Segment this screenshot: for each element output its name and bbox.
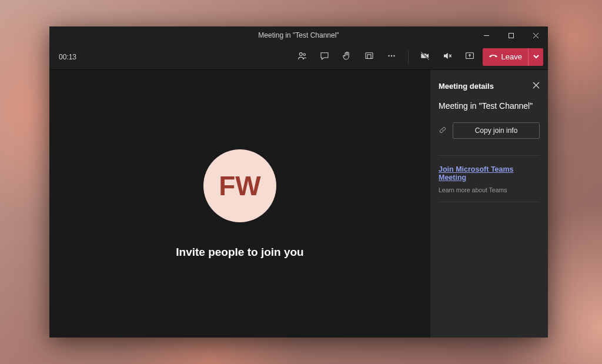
meeting-details-panel: Meeting details Meeting in "Test Channel…	[430, 70, 548, 338]
rooms-icon	[364, 51, 374, 63]
invite-prompt: Invite people to join you	[176, 246, 303, 259]
more-actions-button[interactable]	[382, 48, 401, 66]
leave-label: Leave	[501, 52, 522, 61]
window-title: Meeting in "Test Channel"	[49, 31, 548, 39]
speaker-icon	[442, 51, 453, 63]
participants-button[interactable]	[293, 48, 312, 66]
meeting-window: Meeting in "Test Channel" 00:13	[49, 26, 548, 338]
panel-title: Meeting details	[439, 82, 494, 91]
panel-divider	[439, 155, 540, 156]
svg-rect-3	[366, 53, 373, 59]
camera-off-icon	[420, 51, 430, 63]
svg-rect-0	[509, 33, 513, 38]
toolbar-divider	[408, 50, 409, 64]
self-avatar: FW	[203, 149, 276, 222]
svg-rect-4	[367, 55, 371, 59]
raise-hand-button[interactable]	[337, 48, 356, 66]
leave-button-main[interactable]: Leave	[483, 48, 528, 66]
panel-divider-2	[439, 202, 540, 202]
chat-button[interactable]	[315, 48, 334, 66]
panel-close-button[interactable]	[533, 82, 540, 91]
meeting-name: Meeting in "Test Channel"	[439, 101, 540, 111]
more-icon	[386, 51, 397, 63]
copy-join-info-button[interactable]: Copy join info	[453, 122, 540, 139]
share-icon	[464, 51, 475, 63]
panel-header: Meeting details	[439, 82, 540, 91]
titlebar: Meeting in "Test Channel"	[49, 26, 548, 44]
chevron-down-icon	[533, 52, 539, 61]
leave-button[interactable]: Leave	[483, 48, 543, 66]
link-icon	[439, 126, 447, 136]
meeting-timer: 00:13	[59, 53, 76, 61]
svg-point-7	[393, 55, 394, 56]
meeting-stage: FW Invite people to join you	[49, 70, 430, 338]
close-icon	[533, 82, 540, 91]
chat-icon	[319, 51, 330, 63]
hangup-icon	[489, 51, 498, 62]
people-icon	[297, 51, 307, 63]
copy-join-label: Copy join info	[475, 126, 518, 135]
svg-point-2	[303, 54, 306, 56]
leave-dropdown[interactable]	[528, 48, 543, 66]
hand-icon	[342, 51, 352, 63]
meeting-body: FW Invite people to join you Meeting det…	[49, 70, 548, 338]
svg-point-6	[390, 55, 392, 56]
svg-point-1	[299, 53, 302, 56]
camera-toggle-button[interactable]	[416, 48, 434, 66]
copy-join-row: Copy join info	[439, 122, 540, 139]
share-screen-button[interactable]	[460, 48, 479, 66]
meeting-toolbar: 00:13	[49, 44, 548, 70]
learn-more-link[interactable]: Learn more about Teams	[439, 186, 540, 193]
minimize-button[interactable]	[474, 26, 499, 44]
avatar-initials: FW	[219, 170, 261, 202]
volume-button[interactable]	[438, 48, 457, 66]
svg-point-5	[388, 55, 389, 56]
rooms-button[interactable]	[360, 48, 379, 66]
close-window-button[interactable]	[523, 26, 548, 44]
maximize-button[interactable]	[499, 26, 523, 44]
window-controls	[474, 26, 548, 44]
join-teams-link[interactable]: Join Microsoft Teams Meeting	[439, 165, 540, 182]
